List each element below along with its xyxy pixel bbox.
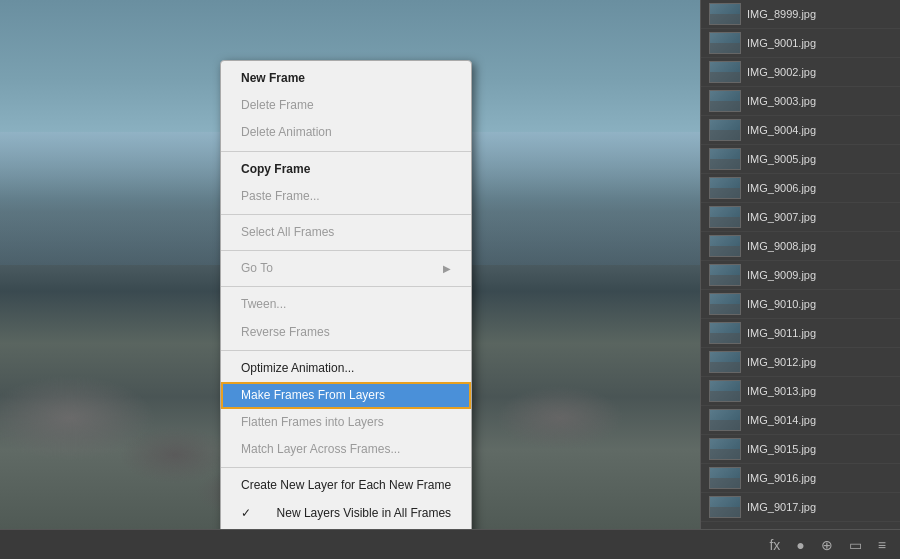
menu-label: New Layers Visible in All Frames xyxy=(277,504,452,523)
file-thumbnail xyxy=(709,264,741,286)
file-name: IMG_9013.jpg xyxy=(747,385,816,397)
menu-item-paste-frame: Paste Frame... xyxy=(221,183,471,210)
menu-item-tween: Tween... xyxy=(221,291,471,318)
file-thumbnail xyxy=(709,32,741,54)
main-area: New FrameDelete FrameDelete AnimationCop… xyxy=(0,0,900,529)
menu-label: Match Layer Across Frames... xyxy=(241,440,400,459)
menu-item-flatten-frames: Flatten Frames into Layers xyxy=(221,409,471,436)
right-panel: IMG_8999.jpgIMG_9001.jpgIMG_9002.jpgIMG_… xyxy=(700,0,900,529)
file-name: IMG_9015.jpg xyxy=(747,443,816,455)
file-thumbnail xyxy=(709,148,741,170)
file-list-item[interactable]: IMG_9007.jpg xyxy=(701,203,900,232)
file-thumbnail xyxy=(709,206,741,228)
menu-item-delete-animation: Delete Animation xyxy=(221,119,471,146)
file-list-item[interactable]: IMG_9009.jpg xyxy=(701,261,900,290)
mask-icon[interactable]: ▭ xyxy=(845,535,866,555)
file-name: IMG_9009.jpg xyxy=(747,269,816,281)
menu-label: Make Frames From Layers xyxy=(241,386,385,405)
file-thumbnail xyxy=(709,61,741,83)
file-name: IMG_9011.jpg xyxy=(747,327,816,339)
checkmark-icon: ✓ xyxy=(241,504,251,523)
fx-icon[interactable]: fx xyxy=(765,535,784,555)
menu-item-delete-frame: Delete Frame xyxy=(221,92,471,119)
menu-label: Delete Frame xyxy=(241,96,314,115)
file-list-item[interactable]: IMG_9002.jpg xyxy=(701,58,900,87)
file-list-item[interactable]: IMG_9012.jpg xyxy=(701,348,900,377)
file-thumbnail xyxy=(709,177,741,199)
file-name: IMG_9017.jpg xyxy=(747,501,816,513)
file-name: IMG_9004.jpg xyxy=(747,124,816,136)
menu-label: New Frame xyxy=(241,69,305,88)
menu-label: Go To xyxy=(241,259,273,278)
file-thumbnail xyxy=(709,409,741,431)
menu-label: Paste Frame... xyxy=(241,187,320,206)
context-menu: New FrameDelete FrameDelete AnimationCop… xyxy=(220,60,472,529)
file-name: IMG_9005.jpg xyxy=(747,153,816,165)
file-thumbnail xyxy=(709,467,741,489)
menu-separator xyxy=(221,350,471,351)
menu-separator xyxy=(221,214,471,215)
menu-item-new-layers-visible[interactable]: ✓New Layers Visible in All Frames xyxy=(221,500,471,527)
file-list-item[interactable]: IMG_9017.jpg xyxy=(701,493,900,522)
file-thumbnail xyxy=(709,322,741,344)
file-name: IMG_9006.jpg xyxy=(747,182,816,194)
file-list-item[interactable]: IMG_9015.jpg xyxy=(701,435,900,464)
menu-separator xyxy=(221,151,471,152)
file-list-item[interactable]: IMG_9010.jpg xyxy=(701,290,900,319)
file-name: IMG_9012.jpg xyxy=(747,356,816,368)
file-thumbnail xyxy=(709,351,741,373)
file-thumbnail xyxy=(709,438,741,460)
file-list-item[interactable]: IMG_9004.jpg xyxy=(701,116,900,145)
menu-item-match-layer: Match Layer Across Frames... xyxy=(221,436,471,463)
file-name: IMG_9010.jpg xyxy=(747,298,816,310)
menu-label: Tween... xyxy=(241,295,286,314)
file-list-item[interactable]: IMG_9005.jpg xyxy=(701,145,900,174)
menu-item-create-new-layer[interactable]: Create New Layer for Each New Frame xyxy=(221,472,471,499)
file-list-item[interactable]: IMG_9008.jpg xyxy=(701,232,900,261)
file-name: IMG_9003.jpg xyxy=(747,95,816,107)
canvas-area: New FrameDelete FrameDelete AnimationCop… xyxy=(0,0,700,529)
menu-label: Reverse Frames xyxy=(241,323,330,342)
file-name: IMG_9001.jpg xyxy=(747,37,816,49)
file-name: IMG_9016.jpg xyxy=(747,472,816,484)
bottom-toolbar: fx ● ⊕ ▭ ≡ xyxy=(0,529,900,559)
file-thumbnail xyxy=(709,90,741,112)
menu-label: Create New Layer for Each New Frame xyxy=(241,476,451,495)
menu-item-optimize-animation[interactable]: Optimize Animation... xyxy=(221,355,471,382)
add-layer-icon[interactable]: ⊕ xyxy=(817,535,837,555)
menu-item-reverse-frames: Reverse Frames xyxy=(221,319,471,346)
file-list-item[interactable]: IMG_9016.jpg xyxy=(701,464,900,493)
file-name: IMG_9007.jpg xyxy=(747,211,816,223)
file-list-item[interactable]: IMG_8999.jpg xyxy=(701,0,900,29)
submenu-arrow-icon: ▶ xyxy=(443,261,451,277)
menu-label: Delete Animation xyxy=(241,123,332,142)
file-name: IMG_8999.jpg xyxy=(747,8,816,20)
menu-separator xyxy=(221,286,471,287)
menu-label: Select All Frames xyxy=(241,223,334,242)
menu-label: Optimize Animation... xyxy=(241,359,354,378)
file-thumbnail xyxy=(709,235,741,257)
file-name: IMG_9008.jpg xyxy=(747,240,816,252)
file-list-item[interactable]: IMG_9001.jpg xyxy=(701,29,900,58)
file-thumbnail xyxy=(709,293,741,315)
file-name: IMG_9002.jpg xyxy=(747,66,816,78)
file-list-item[interactable]: IMG_9011.jpg xyxy=(701,319,900,348)
menu-icon[interactable]: ≡ xyxy=(874,535,890,555)
file-list-item[interactable]: IMG_9006.jpg xyxy=(701,174,900,203)
menu-item-new-frame[interactable]: New Frame xyxy=(221,65,471,92)
menu-item-copy-frame[interactable]: Copy Frame xyxy=(221,156,471,183)
menu-item-make-frames[interactable]: Make Frames From Layers xyxy=(221,382,471,409)
menu-separator xyxy=(221,467,471,468)
file-thumbnail xyxy=(709,496,741,518)
file-list-item[interactable]: IMG_9003.jpg xyxy=(701,87,900,116)
file-list-item[interactable]: IMG_9014.jpg xyxy=(701,406,900,435)
menu-label: Flatten Frames into Layers xyxy=(241,413,384,432)
layer-icon[interactable]: ● xyxy=(792,535,808,555)
file-thumbnail xyxy=(709,3,741,25)
menu-item-go-to: Go To▶ xyxy=(221,255,471,282)
menu-label: Copy Frame xyxy=(241,160,310,179)
file-thumbnail xyxy=(709,380,741,402)
menu-separator xyxy=(221,250,471,251)
file-thumbnail xyxy=(709,119,741,141)
file-list-item[interactable]: IMG_9013.jpg xyxy=(701,377,900,406)
